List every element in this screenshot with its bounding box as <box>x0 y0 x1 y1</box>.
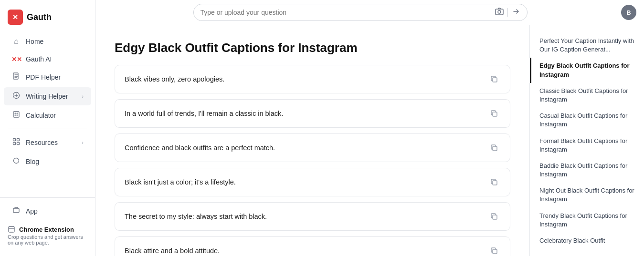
caption-text: The secret to my style: always start wit… <box>125 213 267 220</box>
caption-cards-container: Black vibes only, zero apologies. In a w… <box>115 65 510 256</box>
copy-button[interactable] <box>488 107 500 120</box>
toc-items-container: Perfect Your Caption Instantly with Our … <box>530 33 644 249</box>
caption-card: In a world full of trends, I'll remain a… <box>115 99 510 128</box>
copy-button[interactable] <box>488 245 500 256</box>
caption-text: Black attire and a bold attitude. <box>125 247 220 255</box>
toc-item[interactable]: Classic Black Outfit Captions for Instag… <box>530 83 644 108</box>
svg-rect-16 <box>493 78 497 82</box>
caption-text: In a world full of trends, I'll remain a… <box>125 110 283 117</box>
sidebar: ✕ Gauth ⌂ Home ✕✕ Gauth AI PDF Helper Wr… <box>0 0 95 256</box>
chrome-ext-title: Chrome Extension <box>8 225 87 233</box>
svg-rect-12 <box>13 208 19 213</box>
sidebar-bottom: App Chrome Extension Crop questions and … <box>0 197 95 250</box>
sidebar-item-writing-helper[interactable]: Writing Helper › <box>4 87 91 105</box>
toc-item[interactable]: Night Out Black Outfit Captions for Inst… <box>530 183 644 207</box>
copy-button[interactable] <box>488 210 500 223</box>
toc-panel: Perfect Your Caption Instantly with Our … <box>529 25 644 256</box>
sidebar-divider <box>8 129 87 129</box>
chevron-right-icon: › <box>82 93 84 99</box>
toc-item[interactable]: Trendy Black Outfit Captions for Instagr… <box>530 208 644 233</box>
logo-text: Gauth <box>27 12 52 22</box>
svg-rect-13 <box>9 226 14 232</box>
svg-rect-3 <box>15 113 16 114</box>
sidebar-item-label: Resources <box>26 139 58 146</box>
svg-rect-6 <box>17 115 18 116</box>
toc-item[interactable]: Casual Black Outfit Captions for Instagr… <box>530 108 644 133</box>
caption-card: The secret to my style: always start wit… <box>115 202 510 231</box>
sidebar-app-label: App <box>26 207 38 215</box>
toc-item[interactable]: Perfect Your Caption Instantly with Our … <box>530 33 644 58</box>
svg-rect-21 <box>493 249 497 254</box>
chrome-extension-item[interactable]: Chrome Extension Crop questions and get … <box>0 221 95 250</box>
svg-rect-17 <box>493 112 497 116</box>
writing-icon <box>11 92 21 101</box>
caption-card: Black vibes only, zero apologies. <box>115 65 510 93</box>
caption-card: Black isn't just a color; it's a lifesty… <box>115 168 510 196</box>
toc-item[interactable]: Formal Black Outfit Captions for Instagr… <box>530 133 644 158</box>
top-bar: B <box>95 0 644 25</box>
sidebar-item-label: Blog <box>26 158 39 165</box>
sidebar-item-label: Writing Helper <box>26 92 68 100</box>
page-title: Edgy Black Outfit Captions for Instagram <box>115 41 510 55</box>
resources-icon <box>11 138 21 147</box>
search-divider <box>507 8 508 17</box>
calculator-icon <box>11 111 21 120</box>
main-wrapper: B Edgy Black Outfit Captions for Instagr… <box>95 0 644 256</box>
app-icon <box>11 206 21 216</box>
sidebar-item-gauth-ai[interactable]: ✕✕ Gauth AI <box>4 51 91 67</box>
chevron-right-icon: › <box>82 140 84 145</box>
article-content: Edgy Black Outfit Captions for Instagram… <box>95 25 529 256</box>
sidebar-item-label: Home <box>26 38 43 45</box>
svg-point-11 <box>14 158 19 164</box>
search-bar <box>193 4 528 21</box>
content-area: Edgy Black Outfit Captions for Instagram… <box>95 25 644 256</box>
toc-item[interactable]: Edgy Black Outfit Captions for Instagram <box>530 58 644 82</box>
copy-button[interactable] <box>488 142 500 154</box>
user-avatar[interactable]: B <box>621 5 636 20</box>
svg-rect-10 <box>17 143 20 145</box>
svg-rect-4 <box>17 113 18 114</box>
copy-button[interactable] <box>488 176 500 188</box>
caption-text: Black isn't just a color; it's a lifesty… <box>125 178 236 186</box>
chrome-ext-desc: Crop questions and get answers on any we… <box>8 234 87 246</box>
svg-rect-18 <box>493 146 497 151</box>
svg-rect-9 <box>13 143 16 145</box>
svg-rect-7 <box>13 139 16 141</box>
sidebar-item-pdf-helper[interactable]: PDF Helper <box>4 68 91 86</box>
svg-rect-2 <box>13 112 19 117</box>
svg-rect-8 <box>17 139 20 141</box>
camera-icon[interactable] <box>495 7 504 18</box>
svg-rect-19 <box>493 181 497 185</box>
logo-icon: ✕ <box>8 10 23 25</box>
toc-item[interactable]: Celebratory Black Outfit <box>530 233 644 249</box>
svg-point-15 <box>498 10 501 13</box>
sidebar-item-blog[interactable]: Blog <box>4 153 91 171</box>
caption-card: Black attire and a bold attitude. <box>115 236 510 256</box>
blog-icon <box>11 157 21 166</box>
search-input[interactable] <box>201 9 491 16</box>
sidebar-item-calculator[interactable]: Calculator <box>4 106 91 124</box>
sidebar-item-label: PDF Helper <box>26 73 61 81</box>
pdf-icon <box>11 72 21 82</box>
home-icon: ⌂ <box>11 37 21 46</box>
toc-item[interactable]: Baddie Black Outfit Captions for Instagr… <box>530 158 644 183</box>
sidebar-item-app[interactable]: App <box>4 202 91 220</box>
caption-text: Black vibes only, zero apologies. <box>125 75 224 83</box>
sidebar-item-home[interactable]: ⌂ Home <box>4 33 91 50</box>
svg-rect-5 <box>15 115 16 116</box>
search-submit-button[interactable] <box>512 7 520 18</box>
copy-button[interactable] <box>488 73 500 85</box>
sidebar-item-label: Gauth AI <box>26 55 52 63</box>
sidebar-item-label: Calculator <box>26 112 56 119</box>
sidebar-item-resources[interactable]: Resources › <box>4 133 91 152</box>
svg-rect-14 <box>496 9 503 15</box>
gauth-ai-icon: ✕✕ <box>11 56 21 63</box>
caption-text: Confidence and black outfits are a perfe… <box>125 144 275 152</box>
svg-rect-20 <box>493 215 497 219</box>
caption-card: Confidence and black outfits are a perfe… <box>115 133 510 162</box>
logo[interactable]: ✕ Gauth <box>0 6 95 32</box>
